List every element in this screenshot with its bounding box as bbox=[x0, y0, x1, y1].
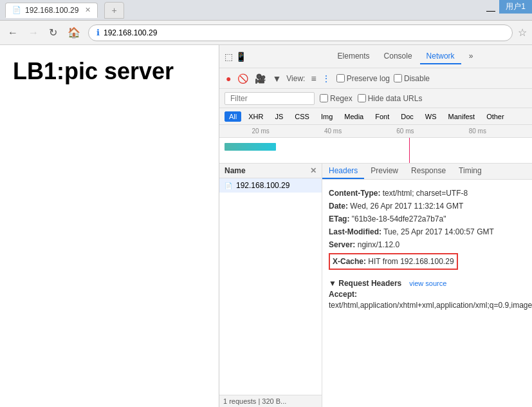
header-date: Date: Wed, 26 Apr 2017 11:32:14 GMT bbox=[329, 200, 532, 212]
file-type-icon: 📄 bbox=[225, 182, 232, 189]
tab-new-icon: + bbox=[111, 5, 116, 15]
security-icon: ℹ bbox=[96, 28, 100, 37]
timeline-area: 20 ms 40 ms 60 ms 80 ms 100 ms bbox=[219, 125, 532, 164]
filter-media[interactable]: Media bbox=[340, 111, 368, 122]
preserve-log-text: Preserve log bbox=[347, 74, 390, 83]
tick-40ms: 40 ms bbox=[297, 128, 369, 135]
reload-button[interactable]: ↻ bbox=[46, 25, 60, 40]
regex-text: Regex bbox=[330, 94, 353, 103]
main-layout: LB1:pic server ⬚ 📱 Elements Console Netw… bbox=[0, 45, 532, 407]
filter-css[interactable]: CSS bbox=[290, 111, 314, 122]
tab-headers[interactable]: Headers bbox=[322, 164, 364, 179]
name-list-header: Name ✕ bbox=[219, 164, 322, 178]
user-badge: 用户1 bbox=[499, 0, 532, 14]
regex-label[interactable]: Regex bbox=[320, 94, 353, 103]
hide-data-urls-text: Hide data URLs bbox=[368, 94, 423, 103]
disable-cache-text: Disable bbox=[404, 74, 430, 83]
devtools-tabs: Elements Console Network » bbox=[331, 49, 480, 64]
list-view-icon[interactable]: ≡ bbox=[309, 73, 318, 84]
disable-cache-label[interactable]: Disable bbox=[394, 74, 430, 83]
filter-other[interactable]: Other bbox=[482, 111, 509, 122]
name-column-close[interactable]: ✕ bbox=[310, 166, 316, 175]
headers-content: Content-Type: text/html; charset=UTF-8 D… bbox=[322, 182, 532, 276]
back-button[interactable]: ← bbox=[5, 26, 21, 40]
tab-inactive[interactable]: + bbox=[104, 2, 124, 19]
accept-header: Accept: text/html,application/xhtml+xml,… bbox=[329, 289, 532, 311]
header-etag: ETag: "61b3e-18-54dfe272a7b7a" bbox=[329, 213, 532, 225]
timeline-header: 20 ms 40 ms 60 ms 80 ms 100 ms bbox=[219, 125, 532, 138]
tick-100ms: 100 ms bbox=[514, 128, 533, 135]
filter-xhr[interactable]: XHR bbox=[244, 111, 268, 122]
header-content-type: Content-Type: text/html; charset=UTF-8 bbox=[329, 187, 532, 199]
header-value: nginx/1.12.0 bbox=[358, 240, 399, 249]
filter-all[interactable]: All bbox=[225, 111, 241, 122]
header-key: Last-Modified: bbox=[329, 227, 381, 236]
preserve-log-checkbox[interactable] bbox=[336, 74, 345, 82]
timeline-vline bbox=[409, 138, 410, 164]
header-key: ETag: bbox=[329, 214, 349, 223]
tree-view-icon[interactable]: ⋮ bbox=[320, 73, 333, 84]
type-filters: All XHR JS CSS Img Media Font Doc WS Man… bbox=[219, 108, 532, 125]
filter-doc[interactable]: Doc bbox=[396, 111, 418, 122]
list-item[interactable]: 📄 192.168.100.29 bbox=[219, 178, 322, 193]
record-button[interactable]: ● bbox=[225, 72, 232, 85]
filter-manifest[interactable]: Manifest bbox=[444, 111, 480, 122]
name-list-statusbar: 1 requests | 320 B... bbox=[219, 395, 322, 407]
name-column-label: Name bbox=[225, 166, 246, 175]
name-list: Name ✕ 📄 192.168.100.29 1 requests | 320… bbox=[219, 164, 322, 407]
tab-active[interactable]: 📄 192.168.100.29 ✕ bbox=[5, 3, 98, 18]
tab-elements[interactable]: Elements bbox=[331, 49, 376, 64]
tab-console[interactable]: Console bbox=[378, 49, 419, 64]
view-source-link[interactable]: view source bbox=[409, 279, 446, 287]
tab-more[interactable]: » bbox=[463, 49, 480, 64]
header-value: "61b3e-18-54dfe272a7b7a" bbox=[352, 214, 446, 223]
address-url: 192.168.100.29 bbox=[104, 28, 157, 37]
split-area: Name ✕ 📄 192.168.100.29 1 requests | 320… bbox=[219, 164, 532, 407]
preserve-log-label[interactable]: Preserve log bbox=[336, 74, 390, 83]
view-label: View: bbox=[286, 74, 305, 83]
tab-preview[interactable]: Preview bbox=[364, 164, 405, 179]
filter-img[interactable]: Img bbox=[316, 111, 337, 122]
screenshot-button[interactable]: 🎥 bbox=[253, 72, 267, 85]
headers-panel[interactable]: Content-Type: text/html; charset=UTF-8 D… bbox=[322, 180, 532, 407]
hide-data-urls-checkbox[interactable] bbox=[358, 94, 366, 102]
timeline-bar bbox=[225, 143, 276, 151]
minimize-button[interactable]: — bbox=[486, 5, 496, 15]
filter-toggle-button[interactable]: ▼ bbox=[271, 72, 282, 85]
header-key: Content-Type: bbox=[329, 189, 380, 198]
cancel-record-button[interactable]: 🚫 bbox=[236, 72, 250, 85]
header-key: Date: bbox=[329, 202, 348, 211]
tab-response[interactable]: Response bbox=[405, 164, 452, 179]
device-icon[interactable]: 📱 bbox=[235, 52, 246, 62]
address-input-container[interactable]: ℹ 192.168.100.29 bbox=[88, 24, 513, 41]
home-button[interactable]: 🏠 bbox=[65, 25, 83, 40]
header-last-modified: Last-Modified: Tue, 25 Apr 2017 14:00:57… bbox=[329, 226, 532, 238]
request-headers-section: ▼ Request Headers view source Accept: te… bbox=[322, 276, 532, 315]
disable-cache-checkbox[interactable] bbox=[394, 74, 402, 82]
tab-active-title: 192.168.100.29 bbox=[25, 6, 78, 15]
tab-close-icon[interactable]: ✕ bbox=[85, 6, 91, 14]
filter-js[interactable]: JS bbox=[270, 111, 288, 122]
tab-network[interactable]: Network bbox=[420, 49, 461, 64]
view-icons: ≡ ⋮ bbox=[309, 73, 332, 84]
regex-checkbox[interactable] bbox=[320, 94, 328, 102]
title-bar: 📄 192.168.100.29 ✕ + — □ ✕ bbox=[0, 0, 532, 21]
devtools-panel: ⬚ 📱 Elements Console Network » ⋮ ✕ ● 🚫 🎥… bbox=[219, 45, 532, 407]
xcache-key: X-Cache: bbox=[333, 257, 366, 266]
filter-input[interactable] bbox=[225, 92, 315, 105]
forward-button[interactable]: → bbox=[26, 26, 41, 40]
timeline-bar-area bbox=[219, 138, 532, 164]
request-headers-toggle[interactable]: ▼ Request Headers view source bbox=[329, 279, 532, 288]
headers-tabs: Headers Preview Response Timing bbox=[322, 164, 532, 180]
bookmark-icon[interactable]: ☆ bbox=[518, 26, 527, 39]
tab-timing[interactable]: Timing bbox=[452, 164, 488, 179]
title-bar-left: 📄 192.168.100.29 ✕ + bbox=[5, 2, 124, 19]
inspect-icon[interactable]: ⬚ bbox=[225, 52, 233, 62]
tick-60ms: 60 ms bbox=[369, 128, 441, 135]
hide-data-urls-label[interactable]: Hide data URLs bbox=[358, 94, 423, 103]
filter-ws[interactable]: WS bbox=[421, 111, 441, 122]
filter-font[interactable]: Font bbox=[371, 111, 394, 122]
filter-bar: Regex Hide data URLs bbox=[219, 89, 532, 108]
accept-value: text/html,application/xhtml+xml,applicat… bbox=[329, 301, 532, 310]
requests-count: 1 requests | 320 B... bbox=[223, 397, 286, 405]
